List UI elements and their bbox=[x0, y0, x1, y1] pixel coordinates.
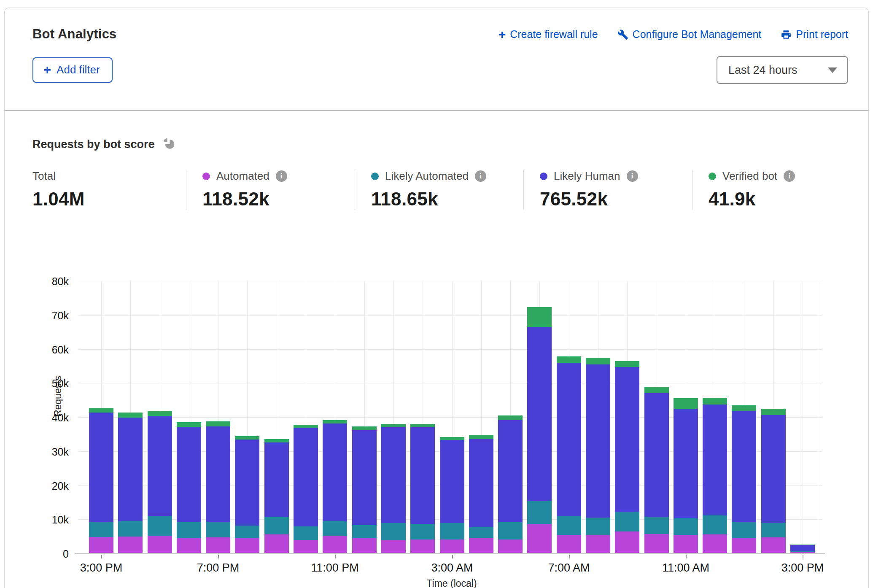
bar-3:00 PM[interactable] bbox=[790, 545, 815, 553]
verified-bot-segment bbox=[790, 545, 815, 545]
automated-segment bbox=[89, 537, 113, 553]
likely-automated-segment bbox=[761, 523, 786, 537]
bar-7:00 PM[interactable] bbox=[206, 421, 230, 553]
likely-automated-segment bbox=[89, 522, 113, 537]
bar-4:00 AM[interactable] bbox=[469, 435, 493, 553]
automated-segment bbox=[586, 535, 610, 553]
bar-12:00 PM[interactable] bbox=[703, 398, 727, 553]
automated-segment bbox=[148, 536, 172, 553]
likely-automated-segment bbox=[177, 522, 201, 538]
y-tick-label: 70k bbox=[52, 309, 69, 321]
wrench-icon bbox=[617, 29, 628, 40]
verified-bot-segment bbox=[644, 387, 669, 393]
likely-automated-segment bbox=[440, 523, 464, 539]
verified-bot-segment bbox=[352, 426, 377, 431]
bar-6:00 AM[interactable] bbox=[527, 307, 552, 553]
stat-total-value: 1.04M bbox=[32, 189, 186, 210]
header-actions: + Create firewall rule Configure Bot Man… bbox=[498, 27, 848, 40]
verified-bot-segment bbox=[586, 358, 610, 364]
likely-automated-legend-dot bbox=[371, 173, 379, 180]
stat-total: Total 1.04M bbox=[32, 170, 186, 210]
y-tick-label: 50k bbox=[52, 378, 69, 390]
likely-automated-segment bbox=[703, 515, 727, 534]
stat-verified-bot-label: Verified bot bbox=[722, 170, 777, 183]
gridline-h bbox=[78, 281, 822, 281]
likely-automated-segment bbox=[148, 516, 172, 536]
automated-segment bbox=[732, 538, 756, 553]
likely-human-segment bbox=[381, 427, 406, 523]
likely-automated-segment bbox=[527, 501, 552, 524]
likely-automated-segment bbox=[790, 551, 815, 552]
bar-10:00 PM[interactable] bbox=[294, 425, 318, 553]
print-report-link[interactable]: Print report bbox=[781, 28, 848, 40]
likely-automated-segment bbox=[732, 522, 756, 538]
y-tick-label: 20k bbox=[52, 480, 69, 492]
likely-automated-segment bbox=[498, 522, 523, 539]
bar-5:00 PM[interactable] bbox=[148, 411, 172, 553]
add-filter-label: Add filter bbox=[57, 63, 100, 76]
likely-human-segment bbox=[674, 409, 698, 519]
info-icon[interactable]: i bbox=[784, 170, 795, 182]
bar-5:00 AM[interactable] bbox=[498, 415, 523, 553]
bar-4:00 PM[interactable] bbox=[118, 413, 143, 553]
y-tick-label: 0 bbox=[63, 548, 69, 560]
verified-bot-segment bbox=[674, 398, 698, 408]
x-axis-line bbox=[75, 553, 825, 554]
bar-1:00 PM[interactable] bbox=[732, 405, 756, 553]
create-firewall-rule-link[interactable]: + Create firewall rule bbox=[498, 28, 598, 40]
configure-bot-management-label: Configure Bot Management bbox=[633, 28, 762, 40]
automated-segment bbox=[410, 539, 435, 553]
info-icon[interactable]: i bbox=[627, 170, 638, 182]
stat-verified-bot: Verified bot i 41.9k bbox=[692, 170, 848, 210]
bar-8:00 PM[interactable] bbox=[235, 436, 259, 553]
automated-segment bbox=[557, 535, 581, 553]
requests-stacked-bar-chart: Requests Time (local) 010k20k30k40k50k60… bbox=[78, 281, 822, 554]
likely-human-segment bbox=[89, 413, 113, 521]
chevron-down-icon bbox=[828, 67, 837, 73]
info-icon[interactable]: i bbox=[475, 170, 486, 182]
bar-8:00 AM[interactable] bbox=[586, 358, 610, 553]
print-report-label: Print report bbox=[796, 28, 848, 40]
automated-segment bbox=[498, 539, 523, 553]
likely-human-segment bbox=[469, 439, 493, 527]
x-tick-label: 3:00 PM bbox=[781, 561, 824, 575]
add-filter-button[interactable]: + Add filter bbox=[32, 57, 113, 83]
verified-bot-segment bbox=[177, 422, 201, 427]
bar-11:00 PM[interactable] bbox=[323, 420, 347, 553]
x-tick-label: 7:00 PM bbox=[197, 561, 240, 575]
bar-9:00 PM[interactable] bbox=[264, 439, 289, 553]
verified-bot-segment bbox=[206, 421, 230, 426]
bar-7:00 AM[interactable] bbox=[557, 356, 581, 553]
bar-1:00 AM[interactable] bbox=[381, 424, 406, 553]
likely-human-segment bbox=[323, 423, 347, 521]
info-icon[interactable]: i bbox=[276, 170, 287, 182]
stat-total-label: Total bbox=[32, 170, 56, 183]
bar-2:00 AM[interactable] bbox=[410, 424, 435, 553]
x-tick-label: 7:00 AM bbox=[548, 561, 590, 575]
stat-automated-label: Automated bbox=[216, 170, 269, 183]
bar-9:00 AM[interactable] bbox=[615, 361, 639, 553]
automated-segment bbox=[674, 535, 698, 553]
likely-automated-segment bbox=[644, 517, 669, 534]
bar-12:00 AM[interactable] bbox=[352, 426, 377, 553]
automated-segment bbox=[615, 531, 639, 553]
time-range-select[interactable]: Last 24 hours bbox=[717, 56, 848, 84]
bar-3:00 AM[interactable] bbox=[440, 437, 464, 553]
y-tick-label: 40k bbox=[52, 412, 69, 424]
likely-human-segment bbox=[440, 440, 464, 523]
y-tick-label: 60k bbox=[52, 343, 69, 356]
likely-human-segment bbox=[703, 405, 727, 515]
bar-11:00 AM[interactable] bbox=[674, 398, 698, 553]
bar-10:00 AM[interactable] bbox=[644, 387, 669, 553]
bar-2:00 PM[interactable] bbox=[761, 409, 786, 553]
bar-3:00 PM[interactable] bbox=[89, 408, 113, 553]
gridline-h bbox=[78, 383, 822, 383]
bar-6:00 PM[interactable] bbox=[177, 422, 201, 553]
likely-automated-segment bbox=[469, 527, 493, 539]
gridline-v bbox=[818, 281, 818, 553]
configure-bot-management-link[interactable]: Configure Bot Management bbox=[617, 28, 762, 40]
likely-human-segment bbox=[644, 393, 669, 517]
create-firewall-rule-label: Create firewall rule bbox=[510, 28, 598, 40]
x-tick-label: 3:00 AM bbox=[431, 561, 473, 575]
gridline-h bbox=[78, 315, 822, 316]
